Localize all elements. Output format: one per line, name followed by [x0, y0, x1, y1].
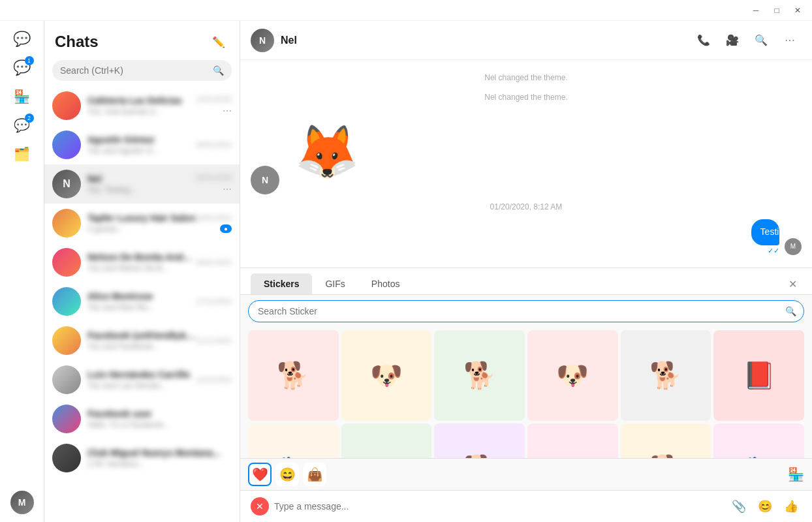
list-item[interactable]: N Nel You: Testing... 20/01/2020 ⋯ — [44, 164, 240, 204]
list-item[interactable]: Cafetería Las Delicias You: hola buenas … — [44, 86, 240, 125]
chat-time: 20/01/2020 — [196, 174, 232, 181]
sticker-item[interactable]: 🐶 — [341, 330, 432, 421]
sticker-message: 🦊 — [285, 110, 369, 194]
sticker-emoji: 🐶 — [370, 453, 403, 459]
sticker-pack-3[interactable]: 👜 — [303, 463, 326, 486]
chat-badge: 1 — [25, 56, 34, 65]
sticker-grid: 🐕 🐶 🐕 🐶 Love, dog's heart beating 🐕 📕 — [240, 328, 812, 458]
chat-time: 26/01/2020 — [196, 141, 232, 149]
chat-meta: 26/01/2020 — [196, 141, 232, 149]
chat-preview: You: hola buenas d... — [87, 107, 196, 116]
chat-meta: 19/01/2020 ● — [196, 214, 232, 233]
search-messages-button[interactable]: 🔍 — [749, 29, 773, 52]
list-item[interactable]: Club Miguel Nuerys Montana... 2.4K membe… — [44, 438, 240, 478]
cancel-icon: ✕ — [256, 501, 264, 512]
chat-meta: 12/01/2020 ⋯ — [196, 95, 232, 116]
sticker-item[interactable]: 🐶 — [341, 423, 432, 458]
sticker-emoji: 🐾 — [277, 453, 309, 459]
phone-call-button[interactable]: 📞 — [692, 29, 715, 52]
emoji-button[interactable]: 😊 — [755, 496, 775, 517]
sticker-emoji: 🐾 — [743, 453, 775, 459]
sticker-item[interactable]: 🐶 — [527, 423, 618, 458]
list-item[interactable]: Alice Montrose You and Alice Mo... 27/11… — [44, 282, 240, 321]
nav-marketplace-button[interactable]: 🏪 — [9, 84, 35, 110]
sticker-panel-close-button[interactable]: ✕ — [783, 275, 802, 293]
chat-preview: Hello. I'm a Facebook... — [87, 420, 232, 429]
nav-archive-button[interactable]: 🗂️ — [9, 141, 35, 167]
nav-chats-button[interactable]: 💬 1 — [9, 55, 35, 81]
header-actions: 📞 🎥 🔍 ⋯ — [692, 29, 802, 52]
tab-photos[interactable]: Photos — [358, 273, 413, 294]
sticker-emoji: 🐶 — [556, 360, 589, 391]
sticker-pack-2[interactable]: 😄 — [275, 463, 299, 486]
list-item[interactable]: Facebook (unfriendly&file) You and Faceb… — [44, 321, 240, 360]
sticker-item[interactable]: 🐶 Love, dog's heart beating — [527, 330, 618, 421]
archive-icon: 🗂️ — [14, 146, 30, 162]
sticker-pack-bar: ❤️ 😄 👜 🏪 — [240, 458, 812, 490]
sticker-search-input[interactable] — [248, 300, 804, 322]
maximize-button[interactable]: □ — [768, 1, 786, 20]
list-item[interactable]: Agustín Gómez You and Agustín G... 26/01… — [44, 125, 240, 164]
phone-icon: 📞 — [697, 34, 710, 46]
close-button[interactable]: ✕ — [789, 1, 807, 20]
chat-name: Cafetería Las Delicias — [87, 95, 196, 106]
list-item[interactable]: Tapfer Luxury Hair Salon 4 guests... 19/… — [44, 204, 240, 243]
user-avatar[interactable]: M — [10, 491, 34, 514]
sticker-image: 🦊 — [285, 110, 369, 194]
list-item[interactable]: Nelson De Bonita Anderson You and Nelson… — [44, 243, 240, 282]
minimize-button[interactable]: ─ — [747, 1, 765, 20]
avatar: N — [52, 170, 81, 198]
sticker-item[interactable]: 🐕 — [434, 423, 525, 458]
sticker-item[interactable]: 🐕 — [248, 330, 339, 421]
chat-name: Luis Hernández Carrillo — [87, 369, 196, 380]
compose-button[interactable]: ✏️ — [208, 31, 229, 52]
chat-preview: You and Nelson De B... — [87, 264, 196, 273]
nav-groups-button[interactable]: 💬 2 — [9, 112, 35, 138]
sticker-tabs: Stickers GIFs Photos ✕ — [240, 268, 812, 295]
own-avatar: M — [785, 238, 802, 255]
chat-preview: 2.4K members... — [87, 459, 232, 468]
sticker-pack-1[interactable]: ❤️ — [248, 463, 272, 486]
left-nav: 💬 💬 1 🏪 💬 2 🗂️ M — [0, 21, 44, 522]
sticker-emoji: 🐕 — [649, 360, 682, 391]
app-body: 💬 💬 1 🏪 💬 2 🗂️ M Chats ✏️ 🔍 — [0, 21, 812, 522]
more-icon: ⋯ — [223, 106, 232, 116]
chat-main: N Nel 📞 🎥 🔍 ⋯ Nel changed the theme. — [240, 21, 812, 522]
message-container: Testing ✓✓ M — [251, 219, 802, 255]
sticker-item[interactable]: 🐕 — [621, 330, 711, 421]
search-input[interactable] — [52, 60, 232, 81]
message-input[interactable] — [274, 501, 723, 512]
chat-time: 19/01/2020 — [196, 214, 232, 222]
tab-gifs[interactable]: GIFs — [312, 273, 358, 294]
thumbsup-icon: 👍 — [784, 499, 798, 514]
thumbsup-button[interactable]: 👍 — [781, 496, 802, 517]
edit-icon: ✏️ — [212, 36, 225, 48]
sticker-item[interactable]: 📕 — [713, 330, 804, 421]
more-options-button[interactable]: ⋯ — [778, 29, 802, 52]
tab-stickers[interactable]: Stickers — [251, 273, 312, 294]
system-message: Nel changed the theme. — [251, 70, 802, 85]
list-item[interactable]: Facebook user Hello. I'm a Facebook... — [44, 399, 240, 438]
sticker-item[interactable]: 🐾 — [713, 423, 804, 458]
chat-meta: 12/10/2020 — [196, 376, 232, 384]
chat-preview: You: Testing... — [87, 185, 196, 194]
sticker-item[interactable]: 🐕 — [621, 423, 711, 458]
chat-meta: 11/11/2020 — [196, 337, 232, 345]
video-icon: 🎥 — [726, 34, 739, 46]
sticker-emoji: 🐕 — [463, 453, 496, 459]
attachment-button[interactable]: 📎 — [728, 496, 749, 517]
list-item[interactable]: Luis Hernández Carrillo You and Luis Her… — [44, 360, 240, 399]
sticker-item[interactable]: 🐕 — [434, 330, 525, 421]
titlebar: ─ □ ✕ — [0, 0, 812, 21]
chat-time: 12/01/2020 — [196, 95, 232, 103]
chat-info: Facebook user Hello. I'm a Facebook... — [87, 408, 232, 429]
cancel-button[interactable]: ✕ — [251, 497, 269, 515]
chat-info: Agustín Gómez You and Agustín G... — [87, 134, 196, 155]
avatar — [52, 444, 81, 472]
chat-info: Facebook (unfriendly&file) You and Faceb… — [87, 330, 196, 351]
sticker-item[interactable]: 🐾 — [248, 423, 339, 458]
sticker-emoji: 🐶 — [370, 360, 403, 391]
video-call-button[interactable]: 🎥 — [721, 29, 744, 52]
chat-preview: You and Luis Hernán... — [87, 381, 196, 390]
sticker-store-button[interactable]: 🏪 — [788, 467, 804, 482]
